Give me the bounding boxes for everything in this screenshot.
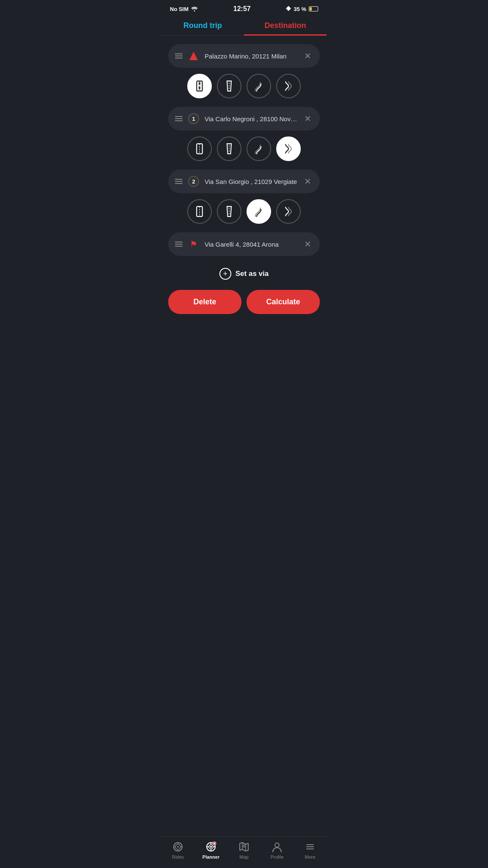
route-road-via1[interactable] <box>217 136 241 161</box>
waypoint-via1: 1 Via Carlo Negroni , 28100 Novara ✕ <box>168 107 320 166</box>
via1-badge: 1 <box>188 113 199 124</box>
route-curve-start[interactable] <box>247 74 271 98</box>
via1-close-btn[interactable]: ✕ <box>302 113 313 125</box>
delete-button[interactable]: Delete <box>168 290 241 314</box>
status-right: 35 % <box>286 6 318 12</box>
route-curve-via1[interactable] <box>247 136 271 161</box>
set-via-label: Set as via <box>236 270 269 278</box>
route-highway-via1[interactable] <box>187 136 212 161</box>
waypoint-row-end: ⚑ Via Garelli 4, 28041 Arona ✕ <box>168 232 320 256</box>
route-road-start[interactable] <box>217 74 241 98</box>
via2-icon: 2 <box>188 175 200 187</box>
set-via-button[interactable]: + Set as via <box>168 260 320 290</box>
battery-icon <box>309 6 318 11</box>
status-time: 12:57 <box>233 5 251 13</box>
end-icon: ⚑ <box>188 238 200 250</box>
via2-address: Via San Giorgio , 21029 Vergiate <box>205 178 297 185</box>
via1-icon: 1 <box>188 113 200 125</box>
waypoint-end: ⚑ Via Garelli 4, 28041 Arona ✕ <box>168 232 320 256</box>
end-close-btn[interactable]: ✕ <box>302 238 313 250</box>
start-icon <box>188 50 200 62</box>
route-winding-start[interactable] <box>276 74 301 98</box>
waypoint-start: Palazzo Marino, 20121 Milan ✕ <box>168 44 320 103</box>
tab-round-trip[interactable]: Round trip <box>161 15 244 35</box>
wifi-icon <box>191 6 198 11</box>
route-highway-start[interactable] <box>187 74 212 98</box>
route-curve-via2[interactable] <box>247 199 271 224</box>
svg-marker-1 <box>189 52 198 60</box>
route-highway-via2[interactable] <box>187 199 212 224</box>
action-buttons: Delete Calculate <box>168 290 320 324</box>
status-bar: No SIM 12:57 35 % <box>161 0 327 15</box>
end-address: Via Garelli 4, 28041 Arona <box>205 241 297 248</box>
start-address: Palazzo Marino, 20121 Milan <box>205 53 297 60</box>
svg-point-0 <box>194 11 195 12</box>
start-close-btn[interactable]: ✕ <box>302 50 313 62</box>
route-icons-start <box>168 72 320 103</box>
drag-handle-via1[interactable] <box>175 116 183 121</box>
route-winding-via1[interactable] <box>276 136 301 161</box>
via2-close-btn[interactable]: ✕ <box>302 175 313 187</box>
drag-handle-via2[interactable] <box>175 179 183 184</box>
via2-badge: 2 <box>188 176 199 187</box>
via1-address: Via Carlo Negroni , 28100 Novara <box>205 115 297 122</box>
main-content: Palazzo Marino, 20121 Milan ✕ <box>161 44 327 362</box>
route-road-via2[interactable] <box>217 199 241 224</box>
waypoint-row-start: Palazzo Marino, 20121 Milan ✕ <box>168 44 320 68</box>
waypoint-row-via2: 2 Via San Giorgio , 21029 Vergiate ✕ <box>168 170 320 193</box>
tab-destination[interactable]: Destination <box>244 15 327 35</box>
drag-handle-start[interactable] <box>175 53 183 58</box>
route-icons-via1 <box>168 135 320 166</box>
route-icons-via2 <box>168 198 320 229</box>
calculate-button[interactable]: Calculate <box>247 290 320 314</box>
status-carrier: No SIM <box>170 6 198 12</box>
waypoint-row-via1: 1 Via Carlo Negroni , 28100 Novara ✕ <box>168 107 320 131</box>
tabs: Round trip Destination <box>161 15 327 36</box>
set-via-circle: + <box>219 268 231 280</box>
waypoint-via2: 2 Via San Giorgio , 21029 Vergiate ✕ <box>168 170 320 229</box>
drag-handle-end[interactable] <box>175 242 183 247</box>
location-icon <box>286 6 291 12</box>
flag-icon: ⚑ <box>190 239 197 249</box>
route-winding-via2[interactable] <box>276 199 301 224</box>
